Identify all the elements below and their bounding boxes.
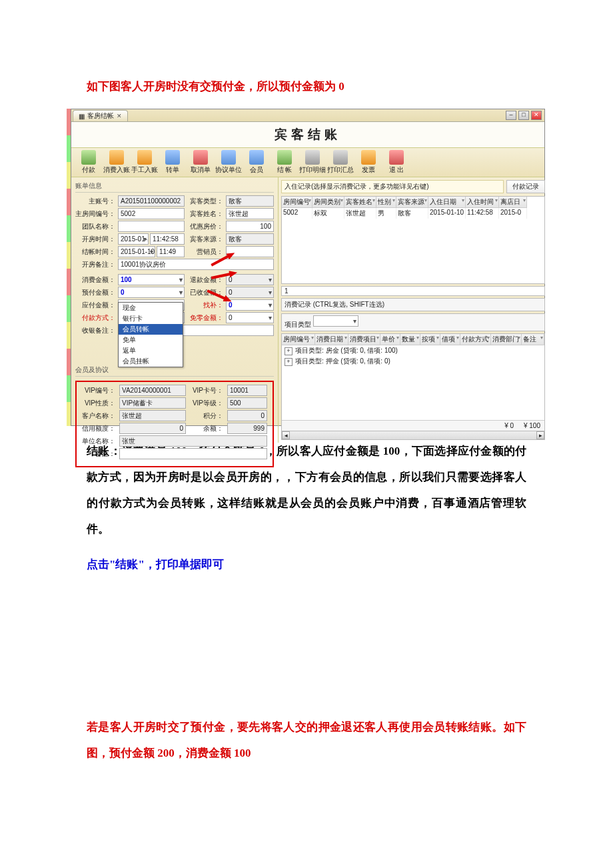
expand-icon[interactable]: + xyxy=(285,347,293,355)
field-credit: 0 xyxy=(119,423,186,434)
checkin-hint: 入住记录(选择显示消费记录，更多功能详见右键) xyxy=(281,180,504,193)
field-sales[interactable] xyxy=(226,246,274,257)
horizontal-scrollbar[interactable]: ◂ ▸ xyxy=(282,431,544,439)
field-opendate[interactable]: 2015-01-10 xyxy=(118,233,149,245)
column-header[interactable]: 房间编号 xyxy=(282,197,312,208)
lbl-checkout: 结帐时间： xyxy=(75,247,115,257)
column-header[interactable]: 单价 xyxy=(380,334,400,345)
table-cell: 2015-01-10 xyxy=(428,208,466,219)
field-unit: 张世 xyxy=(119,435,267,447)
toolbar-button[interactable]: 手工入账 xyxy=(131,150,158,175)
column-header[interactable]: 消费部门 xyxy=(491,334,522,345)
lbl-unit: 单位名称： xyxy=(81,437,115,446)
window-min-icon[interactable]: – xyxy=(506,111,516,120)
toolbar-label: 发票 xyxy=(355,165,382,175)
field-roomno[interactable]: 5002 xyxy=(118,208,185,219)
column-header[interactable]: 备注 xyxy=(522,334,544,345)
toolbar-button[interactable]: 打印汇总 xyxy=(327,150,354,175)
paytype-option[interactable]: 会员转帐 xyxy=(119,324,183,335)
field-refund: 0 xyxy=(226,274,274,285)
lbl-consume: 消费金额： xyxy=(75,275,115,285)
toolbar-button[interactable]: 打印明细 xyxy=(299,150,326,175)
toolbar-icon xyxy=(109,150,124,165)
column-header[interactable]: 借项 xyxy=(440,334,460,345)
scroll-left-icon[interactable]: ◂ xyxy=(282,431,290,439)
lbl-roomno: 主房间编号： xyxy=(75,209,115,219)
toolbar-button[interactable]: 协议单位 xyxy=(215,150,242,175)
lbl-sales: 营销员： xyxy=(187,247,223,257)
column-header[interactable]: 消费项目 xyxy=(348,334,380,345)
tree-row-fangjin[interactable]: +项目类型: 房金 (贷项: 0, 借项: 100) xyxy=(282,345,544,356)
paytype-option[interactable]: 免单 xyxy=(119,335,183,345)
totals-row: ¥ 0 ¥ 100 xyxy=(282,420,544,431)
field-opentime[interactable]: 11:42:58 xyxy=(150,233,185,245)
field-consume[interactable]: 100 xyxy=(118,274,185,285)
lbl-opentime: 开房时间： xyxy=(75,235,115,244)
toolbar-button[interactable]: 消费入账 xyxy=(103,150,130,175)
column-header[interactable]: 消费日期 xyxy=(315,334,348,345)
payment-records-tab[interactable]: 付款记录 xyxy=(506,180,545,193)
toolbar-button[interactable]: 付款 xyxy=(75,150,102,175)
paytype-option[interactable]: 返单 xyxy=(119,345,183,356)
field-paid: 0 xyxy=(226,287,274,298)
column-header[interactable]: 宾客来源 xyxy=(396,197,428,208)
project-type-filter[interactable]: 项目类型 xyxy=(281,313,545,331)
field-remaining[interactable]: 0 xyxy=(226,312,274,323)
paytype-option[interactable]: 会员挂帐 xyxy=(119,356,183,367)
toolbar-button[interactable]: 结 帐 xyxy=(271,150,298,175)
tree-row-yajin[interactable]: +项目类型: 押金 (贷项: 0, 借项: 0) xyxy=(282,356,544,367)
project-type-select[interactable] xyxy=(313,315,358,327)
toolbar-icon xyxy=(249,150,264,165)
toolbar-button[interactable]: 转单 xyxy=(159,150,186,175)
field-source: 散客 xyxy=(226,233,274,245)
field-bu[interactable]: 0 xyxy=(226,299,274,311)
column-header[interactable]: 房间类别 xyxy=(312,197,344,208)
lbl-vipcard: VIP卡号： xyxy=(190,386,223,395)
toolbar-button[interactable]: 取消单 xyxy=(187,150,214,175)
column-header[interactable]: 数量 xyxy=(400,334,420,345)
toolbar-icon xyxy=(333,150,348,165)
field-prepaid[interactable]: 0 xyxy=(118,287,185,298)
scroll-right-icon[interactable]: ▸ xyxy=(536,431,544,439)
field-note[interactable] xyxy=(119,448,267,459)
column-header[interactable]: 付款方式 xyxy=(460,334,491,345)
toolbar-button[interactable]: 会员 xyxy=(243,150,270,175)
paytype-dropdown[interactable]: 现金银行卡会员转帐免单返单会员挂帐 xyxy=(118,302,183,367)
column-header[interactable]: 房间编号 xyxy=(282,334,315,345)
column-header[interactable]: 性别 xyxy=(376,197,396,208)
lbl-source: 宾客来源： xyxy=(187,235,223,244)
expand-icon[interactable]: + xyxy=(285,358,293,366)
field-openremark[interactable]: 10001协议房价 xyxy=(118,259,274,270)
lbl-prepaid: 预付金额： xyxy=(75,288,115,297)
toolbar-icon xyxy=(221,150,236,165)
toolbar-label: 付款 xyxy=(75,165,102,175)
window-tab[interactable]: ▦ 客房结帐 ✕ xyxy=(73,110,128,121)
paytype-option[interactable]: 银行卡 xyxy=(119,313,183,324)
tab-close-icon[interactable]: ✕ xyxy=(117,113,122,119)
toolbar-button[interactable]: 退 出 xyxy=(383,150,410,175)
field-team[interactable] xyxy=(118,221,185,232)
paytype-option[interactable]: 现金 xyxy=(119,303,183,313)
field-checkoutdate[interactable]: 2015-01-10 xyxy=(118,246,155,257)
toolbar-label: 退 出 xyxy=(383,165,410,175)
column-header[interactable]: 离店日 xyxy=(499,197,527,208)
window-max-icon[interactable]: □ xyxy=(518,111,529,120)
toolbar-label: 结 帐 xyxy=(271,165,298,175)
column-header[interactable]: 入住日期 xyxy=(428,197,466,208)
items-table[interactable]: 房间编号消费日期消费项目单价数量按项借项付款方式消费部门备注 +项目类型: 房金… xyxy=(281,333,545,440)
column-header[interactable]: 宾客姓名 xyxy=(344,197,376,208)
field-guestname[interactable]: 张世超 xyxy=(226,208,274,219)
field-checkouttime[interactable]: 11:49 xyxy=(157,246,185,257)
window-close-icon[interactable]: ✕ xyxy=(531,111,542,120)
paragraph-3: 点击"结账"，打印单据即可 xyxy=(87,551,526,577)
table-cell: 散客 xyxy=(396,208,428,219)
column-header[interactable]: 入住时间 xyxy=(466,197,499,208)
lbl-custname: 客户名称： xyxy=(81,411,115,421)
toolbar-button[interactable]: 发票 xyxy=(355,150,382,175)
toolbar-icon xyxy=(361,150,376,165)
screenshot: ▦ 客房结帐 ✕ – □ ✕ 宾客结账 付款消费入账手工入账转单取消单协议单位会… xyxy=(67,109,545,426)
rooms-table[interactable]: 房间编号房间类别宾客姓名性别宾客来源入住日期入住时间离店日 5002标双张世超男… xyxy=(281,196,545,284)
lbl-bu: 找补： xyxy=(187,301,223,310)
column-header[interactable]: 按项 xyxy=(420,334,440,345)
lbl-viplevel: VIP等级： xyxy=(190,399,223,408)
